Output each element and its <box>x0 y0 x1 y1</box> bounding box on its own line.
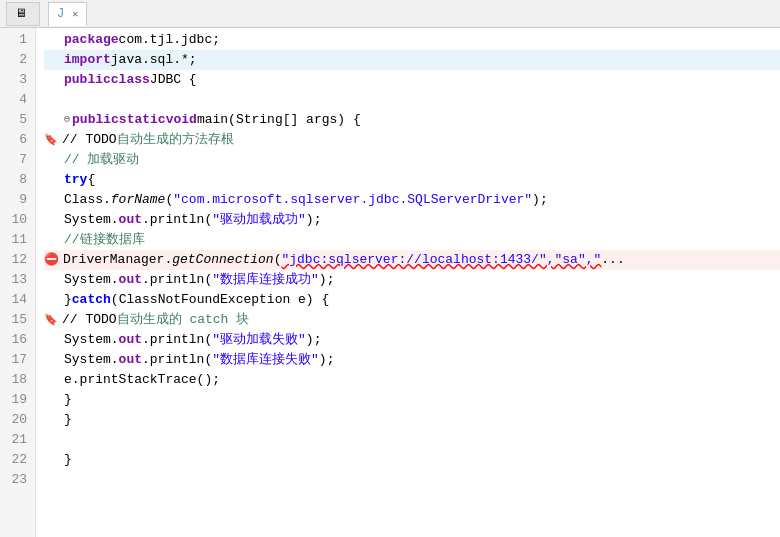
token: ); <box>306 210 322 230</box>
editor-container: 1234567891011121314151617181920212223 pa… <box>0 28 780 537</box>
line-number-5: 5 <box>8 110 27 130</box>
token: } <box>64 290 72 310</box>
code-line-14: } catch (ClassNotFoundException e) { <box>44 290 780 310</box>
token: } <box>64 410 72 430</box>
token: out <box>119 270 142 290</box>
line-number-13: 13 <box>8 270 27 290</box>
token: ); <box>532 190 548 210</box>
line-number-11: 11 <box>8 230 27 250</box>
token: ); <box>319 350 335 370</box>
line-number-16: 16 <box>8 330 27 350</box>
token: .println( <box>142 270 212 290</box>
token: ); <box>319 270 335 290</box>
token: import <box>64 50 111 70</box>
token: out <box>119 330 142 350</box>
file-icon: J <box>57 7 64 21</box>
token: "驱动加载成功" <box>212 210 306 230</box>
token: "com.microsoft.sqlserver.jdbc.SQLServerD… <box>173 190 532 210</box>
line-number-22: 22 <box>8 450 27 470</box>
token: System. <box>64 210 119 230</box>
line-number-9: 9 <box>8 190 27 210</box>
line-number-21: 21 <box>8 430 27 450</box>
line-number-7: 7 <box>8 150 27 170</box>
code-line-1: package com.tjl.jdbc; <box>44 30 780 50</box>
tab-jdbc[interactable]: J ✕ <box>48 2 87 26</box>
token: JDBC { <box>150 70 197 90</box>
token: com.tjl.jdbc; <box>119 30 220 50</box>
code-line-8: try { <box>44 170 780 190</box>
code-line-17: System.out.println("数据库连接失败"); <box>44 350 780 370</box>
token: System. <box>64 350 119 370</box>
token: //链接数据库 <box>64 230 145 250</box>
line-number-18: 18 <box>8 370 27 390</box>
code-line-5: ⊖ public static void main(String[] args)… <box>44 110 780 130</box>
token: // TODO <box>62 310 117 330</box>
code-line-18: e.printStackTrace(); <box>44 370 780 390</box>
title-bar: 🖥 J ✕ <box>0 0 780 28</box>
line-number-3: 3 <box>8 70 27 90</box>
line-number-10: 10 <box>8 210 27 230</box>
line-numbers: 1234567891011121314151617181920212223 <box>0 28 36 537</box>
token: Class. <box>64 190 111 210</box>
code-line-7: // 加载驱动 <box>44 150 780 170</box>
token: 自动生成的 catch 块 <box>117 310 250 330</box>
code-line-6: 🔖 // TODO 自动生成的方法存根 <box>44 130 780 150</box>
token: out <box>119 350 142 370</box>
token: class <box>111 70 150 90</box>
code-line-13: System.out.println("数据库连接成功"); <box>44 270 780 290</box>
token: System. <box>64 330 119 350</box>
line-number-4: 4 <box>8 90 27 110</box>
token: "jdbc:sqlserver://localhost:1433/","sa",… <box>281 250 601 270</box>
code-line-12: ⛔ DriverManager.getConnection("jdbc:sqls… <box>44 250 780 270</box>
line-number-12: 12 <box>8 250 27 270</box>
code-line-15: 🔖 // TODO 自动生成的 catch 块 <box>44 310 780 330</box>
code-line-16: System.out.println("驱动加载失败"); <box>44 330 780 350</box>
code-line-11: //链接数据库 <box>44 230 780 250</box>
error-marker-icon: ⛔ <box>44 250 59 270</box>
token: public <box>72 110 119 130</box>
token: try <box>64 170 87 190</box>
line-number-20: 20 <box>8 410 27 430</box>
token: ( <box>165 190 173 210</box>
token: e.printStackTrace(); <box>64 370 220 390</box>
warning-marker-icon: 🔖 <box>44 130 58 150</box>
token: // TODO <box>62 130 117 150</box>
code-line-21 <box>44 430 780 450</box>
line-number-23: 23 <box>8 470 27 490</box>
token: { <box>87 170 95 190</box>
token: void <box>166 110 197 130</box>
code-line-4 <box>44 90 780 110</box>
token: main(String[] args) { <box>197 110 361 130</box>
token: System. <box>64 270 119 290</box>
line-number-15: 15 <box>8 310 27 330</box>
collapse-icon[interactable]: ⊖ <box>64 110 70 130</box>
line-number-1: 1 <box>8 30 27 50</box>
code-line-3: public class JDBC { <box>44 70 780 90</box>
code-lines[interactable]: package com.tjl.jdbc;import java.sql.*;p… <box>36 28 780 537</box>
token: "数据库连接失败" <box>212 350 319 370</box>
line-number-17: 17 <box>8 350 27 370</box>
code-line-23 <box>44 470 780 490</box>
code-line-2: import java.sql.*; <box>44 50 780 70</box>
line-number-2: 2 <box>8 50 27 70</box>
token: ); <box>306 330 322 350</box>
token: java.sql.*; <box>111 50 197 70</box>
token: out <box>119 210 142 230</box>
token: forName <box>111 190 166 210</box>
token: } <box>64 450 72 470</box>
token: "驱动加载失败" <box>212 330 306 350</box>
token: 自动生成的方法存根 <box>117 130 234 150</box>
token: catch <box>72 290 111 310</box>
token: static <box>119 110 166 130</box>
code-line-10: System.out.println("驱动加载成功"); <box>44 210 780 230</box>
token: .println( <box>142 210 212 230</box>
token: .println( <box>142 330 212 350</box>
line-number-6: 6 <box>8 130 27 150</box>
token: public <box>64 70 111 90</box>
token: // 加载驱动 <box>64 150 139 170</box>
token: "数据库连接成功" <box>212 270 319 290</box>
tab-close-icon[interactable]: ✕ <box>72 8 78 20</box>
console-icon: 🖥 <box>15 6 27 21</box>
code-line-9: Class.forName("com.microsoft.sqlserver.j… <box>44 190 780 210</box>
tab-console[interactable]: 🖥 <box>6 2 40 26</box>
